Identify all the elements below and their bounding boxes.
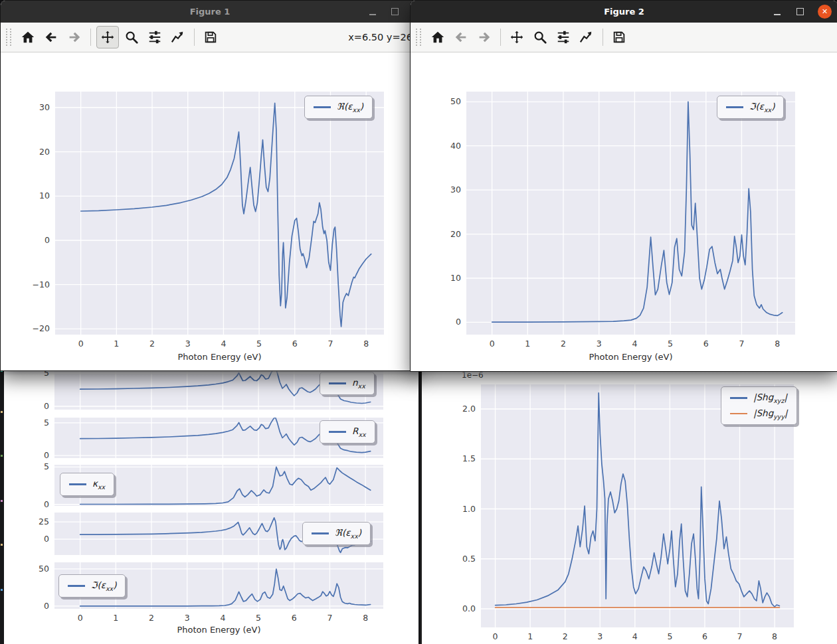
y-tick-label: 20 bbox=[19, 146, 50, 158]
x-tick-label: 0 bbox=[70, 612, 91, 624]
legend-line-sample bbox=[730, 413, 747, 415]
y-tick-label: 0 bbox=[19, 533, 49, 545]
legend-label: ℜ(εxx) bbox=[335, 527, 361, 540]
pan-button[interactable] bbox=[96, 26, 119, 48]
y-tick-label: 2.0 bbox=[445, 403, 476, 415]
series-Re(eps_xx) bbox=[81, 103, 371, 327]
titlebar[interactable]: Figure 1 bbox=[1, 1, 419, 23]
forward-arrow-icon bbox=[67, 30, 82, 44]
window-figure-2: Figure 2 ✕ ℑ(εxx) Photon Energy (eV) bbox=[410, 0, 837, 372]
sliders-icon bbox=[556, 30, 571, 44]
configure-subplots-button[interactable] bbox=[144, 27, 165, 48]
toolbar-separator bbox=[603, 29, 603, 46]
x-tick-label: 7 bbox=[320, 338, 341, 350]
line-chart-icon bbox=[579, 30, 594, 44]
window-shg-figure: 1e−6 |Shgxyz| |Shgyyy| 0.00.51.01.52.001… bbox=[420, 370, 837, 644]
toolbar-separator bbox=[90, 29, 91, 46]
x-tick-label: 7 bbox=[729, 631, 751, 643]
maximize-button[interactable] bbox=[388, 5, 402, 19]
x-tick-label: 5 bbox=[659, 631, 680, 643]
home-button[interactable] bbox=[17, 27, 39, 48]
legend-line-sample bbox=[329, 431, 346, 433]
x-axis-label: Photon Energy (eV) bbox=[55, 352, 384, 362]
zoom-button[interactable] bbox=[529, 27, 551, 48]
x-tick-label: 2 bbox=[553, 338, 574, 350]
legend-line-sample bbox=[329, 382, 346, 384]
y-tick-label: 0.5 bbox=[445, 553, 476, 565]
edit-parameters-button[interactable] bbox=[167, 27, 189, 48]
y-tick-label: 30 bbox=[430, 184, 461, 196]
legend-n: nxx bbox=[320, 372, 375, 395]
zoom-button[interactable] bbox=[121, 27, 142, 48]
legend-label: ℜ(εxx) bbox=[337, 101, 363, 114]
home-button[interactable] bbox=[427, 27, 448, 48]
x-tick-label: 5 bbox=[248, 612, 269, 624]
legend-line-sample bbox=[69, 483, 86, 485]
forward-button[interactable] bbox=[64, 27, 85, 48]
back-arrow-icon bbox=[44, 30, 58, 44]
x-tick-label: 8 bbox=[355, 338, 377, 350]
close-button[interactable]: ✕ bbox=[818, 5, 832, 19]
home-icon bbox=[21, 30, 35, 44]
x-tick-label: 0 bbox=[482, 338, 503, 350]
y-tick-label: 0 bbox=[19, 234, 50, 246]
y-tick-label: 50 bbox=[430, 96, 461, 108]
minimize-button[interactable] bbox=[770, 5, 784, 19]
save-button[interactable] bbox=[608, 27, 630, 48]
x-tick-label: 5 bbox=[660, 338, 681, 350]
plot-area-im-eps[interactable] bbox=[466, 92, 795, 335]
x-tick-label: 1 bbox=[517, 338, 538, 350]
x-tick-label: 1 bbox=[106, 338, 127, 350]
legend-shg: |Shgxyz| |Shgyyy| bbox=[721, 386, 797, 425]
minimize-button[interactable] bbox=[365, 5, 379, 19]
y-tick-label: 20 bbox=[430, 228, 461, 240]
minimize-icon bbox=[369, 14, 376, 15]
y-tick-label: 1.5 bbox=[445, 453, 476, 465]
x-tick-label: 7 bbox=[319, 612, 340, 624]
toolbar-grip[interactable] bbox=[6, 29, 11, 46]
save-button[interactable] bbox=[200, 27, 221, 48]
legend-entry: ℑ(εxx) bbox=[68, 580, 116, 592]
x-tick-label: 2 bbox=[555, 631, 576, 643]
plot-area-re-eps[interactable] bbox=[55, 92, 384, 335]
titlebar[interactable]: Figure 2 ✕ bbox=[411, 1, 837, 23]
x-tick-label: 3 bbox=[589, 338, 610, 350]
maximize-icon bbox=[796, 8, 804, 15]
save-icon bbox=[612, 30, 626, 44]
matplotlib-toolbar: x=6.50 y=26 bbox=[1, 23, 419, 52]
toolbar-grip[interactable] bbox=[416, 29, 421, 46]
y-tick-label: 10 bbox=[430, 272, 461, 284]
pan-button[interactable] bbox=[506, 27, 527, 48]
x-tick-label: 5 bbox=[248, 338, 270, 350]
legend-entry: Rxx bbox=[329, 426, 366, 438]
legend-label: nxx bbox=[352, 377, 365, 390]
y-tick-label: 40 bbox=[430, 140, 461, 152]
forward-button[interactable] bbox=[474, 27, 495, 48]
x-tick-label: 3 bbox=[177, 338, 199, 350]
pan-icon bbox=[510, 30, 524, 44]
configure-subplots-button[interactable] bbox=[553, 27, 574, 48]
maximize-icon bbox=[391, 8, 399, 15]
x-tick-label: 1 bbox=[105, 612, 126, 624]
sliders-icon bbox=[147, 30, 162, 44]
x-tick-label: 4 bbox=[624, 338, 645, 350]
chart-canvas bbox=[55, 92, 384, 335]
back-button[interactable] bbox=[450, 27, 472, 48]
y-tick-label: 30 bbox=[19, 102, 50, 114]
forward-arrow-icon bbox=[477, 30, 492, 44]
x-tick-label: 2 bbox=[141, 338, 163, 350]
home-icon bbox=[430, 30, 445, 44]
series-kappa_xx bbox=[80, 467, 371, 504]
x-tick-label: 6 bbox=[696, 338, 717, 350]
legend-R: Rxx bbox=[320, 420, 375, 443]
cursor-position-status: x=6.50 y=26 bbox=[348, 23, 413, 52]
x-axis-label: Photon Energy (eV) bbox=[466, 352, 795, 362]
window-figure-1: Figure 1 x=6.50 y=26 ℜ(εxx) Photon Ene bbox=[0, 0, 420, 371]
legend-im-eps: ℑ(εxx) bbox=[58, 574, 126, 598]
back-button[interactable] bbox=[41, 27, 62, 48]
edit-parameters-button[interactable] bbox=[576, 27, 597, 48]
maximize-button[interactable] bbox=[793, 5, 807, 19]
back-arrow-icon bbox=[454, 30, 468, 44]
legend-line-sample bbox=[314, 106, 331, 108]
legend-label: κxx bbox=[92, 478, 105, 491]
